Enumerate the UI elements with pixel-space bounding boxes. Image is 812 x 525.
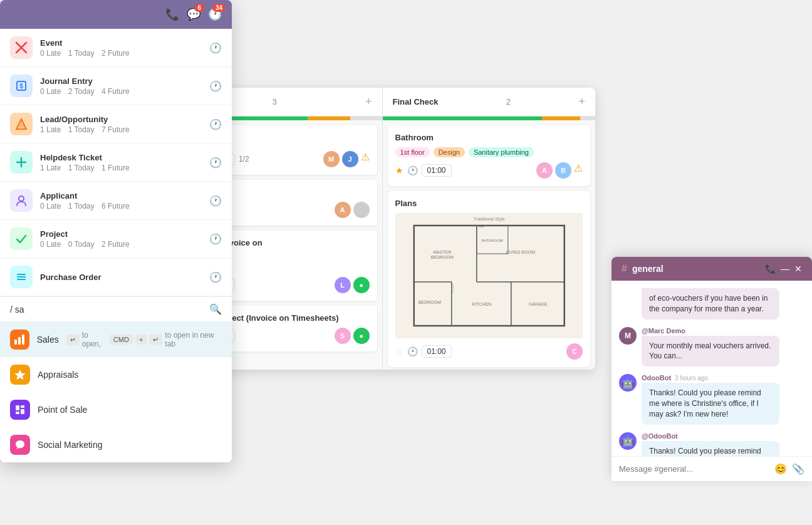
lead-name: Lead/Opportunity	[40, 115, 209, 124]
kanban-col2-title: Final Check	[393, 97, 439, 107]
plans-time: 01:00	[422, 345, 452, 358]
purchase-clock-icon: 🕐	[209, 271, 222, 283]
activity-panel: 📞 💬 6 🕐 34 Event 0 Late 1 Today 2 Future	[0, 0, 232, 462]
msg4-bubble: Thanks! Could you please remind me where…	[642, 441, 779, 456]
project-info: Project 0 Late 0 Today 2 Future	[40, 229, 209, 249]
svg-text:BATHROOM: BATHROOM	[481, 239, 502, 242]
bathroom-title: Bathroom	[395, 133, 583, 142]
chat-title: general	[632, 264, 760, 274]
lead-stats: 1 Late 1 Today 7 Future	[40, 125, 209, 134]
chat-message-3: 🤖 OdooBot 3 hours ago Thanks! Could you …	[619, 374, 804, 424]
junior-arch-avatars: S ●	[335, 328, 370, 344]
svg-marker-13	[15, 370, 26, 380]
chat-badge-button[interactable]: 💬 6	[187, 8, 200, 21]
activity-badge-button[interactable]: 🕐 34	[208, 8, 222, 21]
kanban-col1-count: 3	[272, 97, 276, 107]
kanban-col2-count: 2	[506, 97, 511, 107]
chat-attach-btn[interactable]: 📎	[792, 463, 804, 475]
search-input[interactable]	[10, 304, 204, 314]
project-future: 2 Future	[102, 240, 130, 249]
helpdesk-icon	[10, 151, 33, 174]
activity-item-event[interactable]: Event 0 Late 1 Today 2 Future 🕐	[0, 29, 232, 67]
activity-item-helpdesk[interactable]: Helpdesk Ticket 1 Late 1 Today 1 Future …	[0, 143, 232, 182]
msg3-avatar: 🤖	[619, 374, 637, 392]
app-item-pos[interactable]: Point of Sale	[0, 392, 232, 427]
app-item-sales[interactable]: Sales ↵ to open, CMD + ↵ to open in new …	[0, 322, 232, 357]
chat-message-4: 🤖 @OdooBot Thanks! Could you please remi…	[619, 432, 804, 456]
chat-message-2: M @Marc Demo Your monthly meal vouchers …	[619, 327, 804, 367]
chat-emoji-btn[interactable]: 😊	[774, 463, 787, 475]
sales-app-icon	[10, 330, 29, 350]
msg1-bubble: of eco-vouchers if you have been in the …	[642, 288, 779, 320]
event-future: 2 Future	[102, 49, 130, 58]
search-bar: 🔍	[0, 296, 232, 321]
tag-sanitary: Sanitary plumbing	[469, 147, 534, 157]
appraisals-app-name: Appraisals	[38, 370, 222, 380]
plans-star-icon: ☆	[395, 346, 403, 356]
msg3-text: Thanks! Could you please remind me where…	[649, 388, 772, 419]
msg4-content: @OdooBot Thanks! Could you please remind…	[642, 432, 779, 456]
kanban-col2-header: Final Check 2 +	[383, 88, 596, 117]
svg-point-6	[19, 196, 24, 201]
applicant-info: Applicant 0 Late 1 Today 6 Future	[40, 191, 209, 211]
avatar-6: ●	[353, 277, 370, 293]
applicant-icon	[10, 189, 33, 212]
activity-item-lead[interactable]: Lead/Opportunity 1 Late 1 Today 7 Future…	[0, 105, 232, 143]
purchase-info: Purchase Order	[40, 273, 209, 282]
assembly-fraction: 1/2	[239, 155, 249, 164]
kanban-col2-add-button[interactable]: +	[578, 95, 585, 108]
plans-footer: ☆ 🕐 01:00 C	[395, 343, 583, 360]
activity-item-journal[interactable]: $ Journal Entry 0 Late 2 Today 4 Future …	[0, 67, 232, 105]
svg-text:BEDROOM: BEDROOM	[430, 255, 453, 259]
helpdesk-stats: 1 Late 1 Today 1 Future	[40, 164, 209, 172]
event-late: 0 Late	[40, 49, 61, 58]
applicant-late: 0 Late	[40, 202, 61, 211]
lead-icon	[10, 113, 33, 135]
plans-clock-btn[interactable]: 🕐	[407, 346, 418, 356]
lead-late: 1 Late	[40, 125, 61, 134]
kanban-columns: s 3 + ssembly ☆ ⬆ 16	[169, 88, 595, 370]
app-item-social[interactable]: Social Marketing	[0, 427, 232, 462]
bathroom-clock-btn[interactable]: 🕐	[407, 165, 418, 175]
msg2-avatar: M	[619, 327, 637, 345]
applicant-stats: 0 Late 1 Today 6 Future	[40, 202, 209, 211]
chat-phone-btn[interactable]: 📞	[765, 264, 776, 274]
activity-item-project[interactable]: Project 0 Late 0 Today 2 Future 🕐	[0, 220, 232, 258]
avatar-5: L	[335, 277, 351, 293]
lead-today: 1 Today	[68, 125, 95, 134]
svg-rect-10	[14, 340, 17, 345]
lead-clock-icon: 🕐	[209, 118, 222, 130]
applicant-future: 6 Future	[102, 202, 130, 211]
activity-badge-count: 34	[212, 4, 226, 12]
chat-message-input[interactable]	[619, 464, 769, 474]
bathroom-warning-icon: ⚠	[574, 162, 583, 179]
delivery-avatars: A	[335, 202, 370, 218]
journal-future: 4 Future	[102, 87, 130, 96]
svg-text:$: $	[19, 83, 23, 90]
assembly-warning-icon: ⚠	[361, 151, 370, 167]
activity-list: Event 0 Late 1 Today 2 Future 🕐 $ Journa…	[0, 29, 232, 296]
kanban-card-bathroom[interactable]: Bathroom 1st floor Design Sanitary plumb…	[388, 125, 591, 186]
app-item-appraisals[interactable]: Appraisals	[0, 357, 232, 392]
enter-key2: ↵	[149, 335, 162, 345]
chat-minimize-btn[interactable]: —	[781, 264, 789, 274]
helpdesk-info: Helpdesk Ticket 1 Late 1 Today 1 Future	[40, 153, 209, 172]
project-name: Project	[40, 229, 209, 239]
activity-item-applicant[interactable]: Applicant 0 Late 1 Today 6 Future 🕐	[0, 182, 232, 220]
kanban-col1-add-button[interactable]: +	[365, 95, 372, 108]
avatar-1: M	[323, 151, 340, 167]
search-button[interactable]: 🔍	[209, 303, 222, 315]
msg4-sender: @OdooBot	[642, 432, 779, 440]
enter-key: ↵	[66, 335, 80, 345]
activity-item-purchase[interactable]: Purchase Order 🕐	[0, 258, 232, 296]
sales-shortcut: ↵ to open, CMD + ↵ to open in new tab	[66, 331, 222, 348]
chat-close-btn[interactable]: ✕	[794, 264, 802, 274]
svg-rect-12	[22, 335, 24, 345]
journal-name: Journal Entry	[40, 76, 209, 86]
kanban-card-plans[interactable]: Plans MASTER	[388, 191, 591, 367]
avatar-p1: C	[566, 343, 583, 360]
tag-design: Design	[434, 147, 465, 157]
bathroom-tags: 1st floor Design Sanitary plumbing	[395, 147, 583, 157]
applicant-clock-icon: 🕐	[209, 195, 222, 207]
project-icon	[10, 227, 33, 250]
